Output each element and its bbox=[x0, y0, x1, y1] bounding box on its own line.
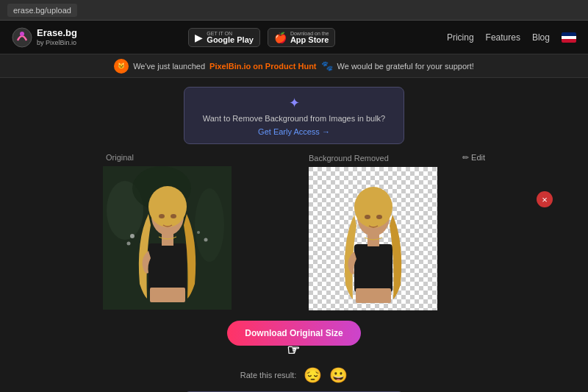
logo-name: Erase.bg bbox=[37, 28, 77, 38]
ph-avatar: 🐱 bbox=[114, 59, 129, 74]
download-button[interactable]: Download Original Size ☞ bbox=[227, 321, 360, 346]
main-content: ✦ Want to Remove Background from Images … bbox=[0, 87, 588, 392]
logo-sub: by PixelBin.io bbox=[37, 39, 77, 46]
url-bar: erase.bg/upload bbox=[7, 4, 77, 17]
google-play-icon: ▶ bbox=[195, 32, 203, 43]
ph-paw-icon: 🐾 bbox=[321, 60, 333, 71]
removed-label: Background Removed bbox=[309, 154, 389, 163]
svg-rect-16 bbox=[150, 288, 185, 302]
ph-text-after: We would be grateful for your support! bbox=[337, 62, 474, 71]
happy-emoji-button[interactable]: 😀 bbox=[329, 366, 348, 384]
apple-icon: 🍎 bbox=[274, 32, 287, 43]
svg-point-27 bbox=[376, 215, 382, 219]
top-promo-text: Want to Remove Background from Images in… bbox=[196, 114, 392, 123]
original-panel: Original bbox=[103, 153, 279, 310]
removed-image bbox=[309, 167, 437, 310]
svg-point-26 bbox=[365, 215, 370, 219]
panel-spacer bbox=[279, 153, 309, 310]
ph-text-before: We've just launched bbox=[133, 62, 205, 71]
removed-image-svg bbox=[309, 167, 437, 310]
svg-point-0 bbox=[12, 28, 32, 47]
original-image-svg bbox=[103, 166, 232, 310]
ph-banner: 🐱 We've just launched PixelBin.io on Pro… bbox=[0, 54, 588, 78]
app-store-big-label: App Store bbox=[290, 36, 329, 44]
logo-area: Erase.bg by PixelBin.io bbox=[12, 27, 77, 48]
svg-rect-22 bbox=[354, 244, 392, 292]
app-store-button[interactable]: 🍎 Download on the App Store bbox=[268, 28, 336, 47]
comparison-area: Original bbox=[0, 153, 588, 310]
svg-point-7 bbox=[127, 242, 131, 246]
nav-center: ▶ GET IT ON Google Play 🍎 Download on th… bbox=[188, 28, 335, 47]
close-button[interactable]: × bbox=[537, 191, 553, 207]
cursor-icon: ☞ bbox=[287, 341, 300, 359]
blog-link[interactable]: Blog bbox=[532, 32, 550, 43]
header: Erase.bg by PixelBin.io ▶ GET IT ON Goog… bbox=[0, 21, 588, 54]
top-promo-banner: ✦ Want to Remove Background from Images … bbox=[184, 87, 404, 144]
download-section: Download Original Size ☞ bbox=[0, 321, 588, 346]
browser-bar: erase.bg/upload bbox=[0, 0, 588, 21]
removed-label-row: Background Removed ✏ Edit bbox=[309, 153, 485, 163]
sad-emoji-button[interactable]: 😔 bbox=[304, 366, 322, 384]
nav-right: Pricing Features Blog bbox=[447, 32, 576, 43]
original-image bbox=[103, 166, 232, 310]
ph-link[interactable]: PixelBin.io on Product Hunt bbox=[209, 62, 316, 71]
svg-point-13 bbox=[148, 186, 187, 227]
svg-point-8 bbox=[197, 231, 200, 234]
promo-icon: ✦ bbox=[196, 95, 392, 111]
top-promo-link[interactable]: Get Early Access → bbox=[196, 127, 392, 136]
original-label: Original bbox=[103, 153, 279, 162]
svg-point-4 bbox=[195, 188, 224, 262]
pricing-link[interactable]: Pricing bbox=[447, 32, 474, 43]
svg-rect-28 bbox=[356, 288, 391, 303]
svg-point-9 bbox=[204, 238, 208, 242]
rating-section: Rate this result: 😔 😀 bbox=[0, 366, 588, 384]
svg-point-15 bbox=[171, 214, 176, 218]
rating-label: Rate this result: bbox=[240, 371, 296, 379]
svg-point-14 bbox=[159, 214, 165, 218]
logo-text-group: Erase.bg by PixelBin.io bbox=[37, 28, 77, 46]
svg-point-6 bbox=[130, 234, 135, 238]
features-link[interactable]: Features bbox=[486, 32, 520, 43]
google-play-button[interactable]: ▶ GET IT ON Google Play bbox=[188, 28, 260, 47]
svg-point-1 bbox=[20, 32, 24, 36]
google-play-big-label: Google Play bbox=[207, 36, 254, 44]
svg-point-25 bbox=[354, 187, 392, 228]
language-flag[interactable] bbox=[562, 32, 576, 43]
removed-panel: Background Removed ✏ Edit bbox=[309, 153, 485, 310]
svg-rect-10 bbox=[148, 243, 187, 291]
logo-icon bbox=[12, 27, 32, 48]
edit-button[interactable]: ✏ Edit bbox=[462, 153, 485, 163]
download-label: Download Original Size bbox=[245, 328, 343, 338]
